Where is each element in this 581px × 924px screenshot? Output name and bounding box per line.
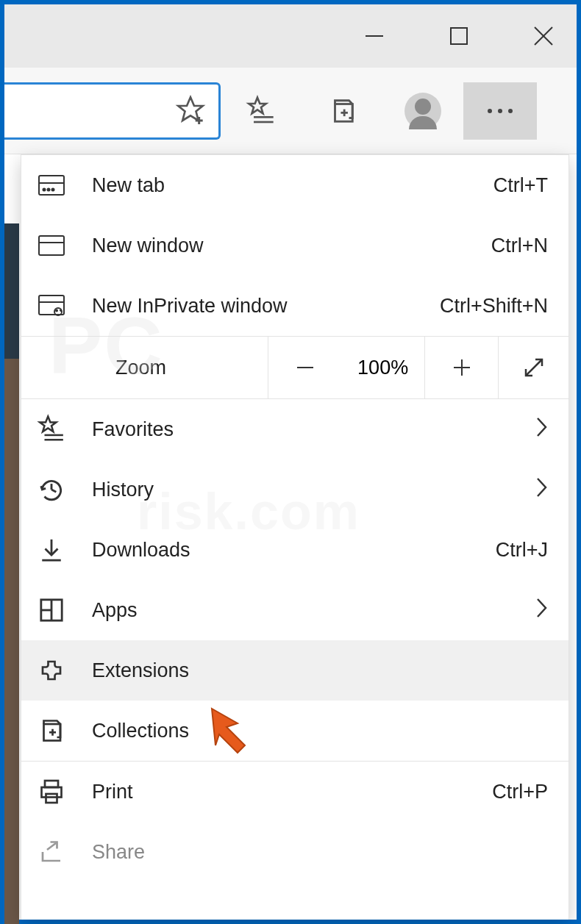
favorites-icon <box>36 415 67 443</box>
extensions-icon <box>36 657 67 684</box>
svg-rect-1 <box>451 28 467 44</box>
svg-rect-16 <box>39 176 64 195</box>
zoom-in-button[interactable] <box>424 337 498 398</box>
svg-marker-31 <box>40 417 56 432</box>
print-icon <box>36 778 67 805</box>
svg-point-18 <box>43 189 46 191</box>
menu-item-shortcut: Ctrl+J <box>496 539 548 562</box>
download-icon <box>36 537 67 563</box>
svg-rect-45 <box>42 787 62 798</box>
chevron-right-icon <box>536 598 548 623</box>
close-button[interactable] <box>529 21 558 51</box>
browser-toolbar <box>4 68 577 154</box>
svg-rect-23 <box>39 296 64 315</box>
settings-menu: New tab Ctrl+T New window Ctrl+N New InP… <box>21 154 569 920</box>
collections-icon[interactable] <box>302 97 382 125</box>
svg-point-13 <box>488 109 492 113</box>
address-bar[interactable] <box>4 82 221 140</box>
menu-item-label: Share <box>92 841 548 864</box>
menu-item-label: New tab <box>92 174 493 197</box>
svg-rect-21 <box>39 236 64 255</box>
minimize-button[interactable] <box>360 21 389 51</box>
menu-item-shortcut: Ctrl+T <box>493 174 548 197</box>
favorites-list-icon[interactable] <box>221 96 302 126</box>
fullscreen-button[interactable] <box>498 337 568 398</box>
window-icon <box>36 234 67 257</box>
menu-item-label: Collections <box>92 720 548 742</box>
menu-item-apps[interactable]: Apps <box>21 580 568 640</box>
menu-item-label: Apps <box>92 599 536 622</box>
menu-item-label: History <box>92 479 536 501</box>
zoom-out-button[interactable] <box>268 337 341 398</box>
zoom-control: Zoom 100% <box>21 336 568 399</box>
menu-item-label: Extensions <box>92 659 548 682</box>
menu-item-print[interactable]: Print Ctrl+P <box>21 762 568 822</box>
menu-item-extensions[interactable]: Extensions <box>21 640 568 701</box>
menu-item-shortcut: Ctrl+N <box>491 234 548 257</box>
maximize-button[interactable] <box>444 21 474 51</box>
svg-line-30 <box>526 359 542 376</box>
new-tab-icon <box>36 174 67 196</box>
svg-point-14 <box>498 109 502 113</box>
menu-item-new-inprivate[interactable]: New InPrivate window Ctrl+Shift+N <box>21 276 568 336</box>
menu-item-downloads[interactable]: Downloads Ctrl+J <box>21 520 568 580</box>
zoom-label: Zoom <box>21 357 268 379</box>
menu-item-history[interactable]: History <box>21 459 568 520</box>
window-titlebar <box>4 4 577 68</box>
svg-rect-46 <box>46 794 57 803</box>
menu-item-label: New InPrivate window <box>92 295 440 318</box>
more-menu-button[interactable] <box>463 82 537 140</box>
menu-item-label: New window <box>92 234 491 257</box>
avatar-icon <box>404 93 441 129</box>
zoom-value: 100% <box>341 357 424 379</box>
svg-point-20 <box>52 189 54 191</box>
menu-item-label: Print <box>92 781 492 803</box>
svg-point-15 <box>508 109 513 113</box>
profile-avatar[interactable] <box>382 93 463 129</box>
svg-marker-7 <box>249 97 265 113</box>
apps-icon <box>36 598 67 623</box>
menu-item-new-tab[interactable]: New tab Ctrl+T <box>21 155 568 215</box>
svg-line-35 <box>51 490 56 492</box>
menu-item-new-window[interactable]: New window Ctrl+N <box>21 215 568 276</box>
menu-item-share[interactable]: Share <box>21 822 568 882</box>
menu-item-shortcut: Ctrl+P <box>492 781 548 803</box>
svg-point-26 <box>56 310 57 312</box>
inprivate-icon <box>36 294 67 318</box>
menu-item-label: Downloads <box>92 539 496 562</box>
share-icon <box>36 839 67 865</box>
menu-item-shortcut: Ctrl+Shift+N <box>440 295 548 318</box>
svg-point-19 <box>48 189 50 191</box>
menu-item-favorites[interactable]: Favorites <box>21 399 568 459</box>
collections-menu-icon <box>36 717 67 744</box>
browser-window: PC risk.com New tab Ctrl+T New window Ct… <box>0 0 581 924</box>
favorite-star-icon[interactable] <box>176 95 205 127</box>
background-page-fragment <box>4 359 19 924</box>
chevron-right-icon <box>536 477 548 503</box>
menu-item-label: Favorites <box>92 418 536 441</box>
menu-item-collections[interactable]: Collections <box>21 701 568 761</box>
chevron-right-icon <box>536 417 548 443</box>
history-icon <box>36 476 67 504</box>
